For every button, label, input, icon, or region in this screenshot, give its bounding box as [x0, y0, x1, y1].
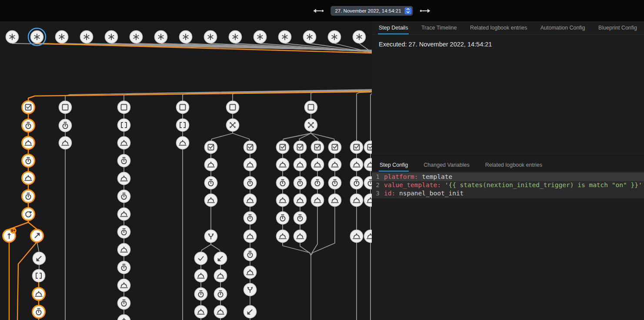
delay-node[interactable] — [22, 119, 35, 132]
service-node[interactable] — [311, 194, 324, 207]
service-node[interactable] — [329, 158, 341, 171]
service-node[interactable] — [350, 230, 363, 243]
repeat-node[interactable] — [22, 208, 35, 221]
service-node[interactable] — [350, 158, 363, 171]
arrow-top-right-node[interactable] — [31, 230, 43, 242]
condition-node[interactable] — [294, 141, 307, 154]
choose-node[interactable] — [305, 119, 317, 132]
service-node[interactable] — [118, 208, 130, 221]
trigger-node[interactable] — [28, 28, 46, 46]
service-node[interactable] — [177, 137, 189, 149]
tab-step-config[interactable]: Step Config — [372, 162, 416, 172]
delay-node[interactable] — [214, 288, 227, 300]
service-node[interactable] — [277, 230, 289, 243]
service-node[interactable] — [329, 194, 341, 207]
arrow-bottom-left-node[interactable] — [33, 252, 46, 265]
condition-node[interactable] — [22, 101, 35, 114]
trigger-node[interactable] — [328, 31, 341, 43]
next-trace-button[interactable] — [419, 7, 432, 15]
trigger-node[interactable] — [130, 31, 143, 43]
condition-node[interactable] — [205, 141, 217, 154]
choose-node[interactable] — [227, 119, 239, 132]
trigger-node[interactable] — [304, 31, 316, 43]
condition-blank-node[interactable] — [305, 101, 317, 114]
delay-node[interactable] — [59, 119, 72, 132]
trace-picker-select[interactable]: 27. November 2022, 14:54:21 — [330, 6, 413, 16]
service-node[interactable] — [118, 315, 130, 320]
service-node[interactable] — [118, 137, 130, 149]
condition-node[interactable] — [364, 141, 372, 154]
service-node[interactable] — [364, 158, 372, 171]
service-node[interactable] — [311, 158, 324, 171]
trigger-node[interactable] — [105, 31, 118, 43]
brackets-node[interactable] — [33, 270, 45, 282]
condition-blank-node[interactable] — [177, 101, 189, 114]
service-node[interactable] — [33, 288, 45, 300]
delay-node[interactable] — [118, 190, 130, 203]
tab-step-details[interactable]: Step Details — [378, 25, 409, 34]
trigger-node[interactable] — [229, 31, 242, 43]
service-node[interactable] — [244, 158, 257, 171]
service-node[interactable] — [294, 194, 307, 207]
service-node[interactable] — [22, 137, 35, 149]
arrow-bottom-left-node[interactable] — [214, 252, 227, 265]
tab-related-logbook-entries[interactable]: Related logbook entries — [477, 162, 550, 172]
service-node[interactable] — [118, 279, 130, 292]
service-node[interactable] — [59, 137, 72, 149]
service-node[interactable] — [364, 230, 372, 243]
service-node[interactable] — [294, 230, 307, 243]
service-node[interactable] — [22, 172, 35, 185]
condition-node[interactable] — [329, 141, 341, 154]
delay-node[interactable] — [294, 177, 307, 189]
delay-node[interactable] — [364, 177, 372, 189]
delay-node[interactable] — [244, 177, 257, 189]
trigger-node[interactable] — [56, 31, 68, 43]
delay-node[interactable] — [311, 177, 324, 189]
service-node[interactable] — [214, 306, 227, 318]
condition-node[interactable] — [350, 141, 363, 154]
service-node[interactable] — [277, 158, 289, 171]
arrow-up-node[interactable]: 9+ — [3, 228, 17, 242]
delay-node[interactable] — [195, 288, 207, 300]
delay-node[interactable] — [244, 248, 257, 261]
delay-node[interactable] — [350, 177, 363, 189]
trigger-node[interactable] — [80, 31, 93, 43]
service-node[interactable] — [205, 158, 217, 171]
delay-node[interactable] — [277, 177, 289, 189]
service-node[interactable] — [118, 244, 130, 256]
tab-related-logbook-entries[interactable]: Related logbook entries — [469, 25, 528, 34]
trigger-node[interactable] — [155, 31, 167, 43]
service-node[interactable] — [294, 158, 307, 171]
condition-node[interactable] — [277, 141, 289, 154]
service-node[interactable] — [350, 194, 363, 207]
check-node[interactable] — [195, 252, 207, 265]
service-node[interactable] — [244, 194, 257, 207]
service-node[interactable] — [244, 230, 257, 243]
service-node[interactable] — [364, 194, 372, 207]
trigger-node[interactable] — [254, 31, 267, 43]
brackets-node[interactable] — [177, 119, 189, 132]
service-node[interactable] — [214, 270, 227, 282]
trigger-node[interactable] — [6, 31, 19, 43]
delay-node[interactable] — [329, 177, 341, 189]
delay-node[interactable] — [118, 226, 130, 238]
service-node[interactable] — [118, 172, 130, 185]
tab-changed-variables[interactable]: Changed Variables — [416, 162, 477, 172]
delay-node[interactable] — [22, 190, 35, 203]
delay-node[interactable] — [244, 212, 257, 224]
delay-node[interactable] — [22, 155, 35, 167]
delay-node[interactable] — [118, 297, 130, 310]
condition-blank-node[interactable] — [118, 101, 130, 114]
trigger-node[interactable] — [180, 31, 192, 43]
trigger-node[interactable] — [353, 31, 366, 43]
branch-node[interactable] — [244, 284, 257, 296]
brackets-node[interactable] — [118, 119, 130, 132]
arrow-bottom-left-node[interactable] — [244, 306, 257, 318]
delay-node[interactable] — [33, 306, 45, 318]
tab-blueprint-config[interactable]: Blueprint Config — [597, 25, 638, 34]
trigger-node[interactable] — [279, 31, 291, 43]
condition-blank-node[interactable] — [227, 101, 239, 114]
delay-node[interactable] — [294, 212, 307, 224]
service-node[interactable] — [205, 194, 217, 207]
tab-trace-timeline[interactable]: Trace Timeline — [420, 25, 458, 34]
